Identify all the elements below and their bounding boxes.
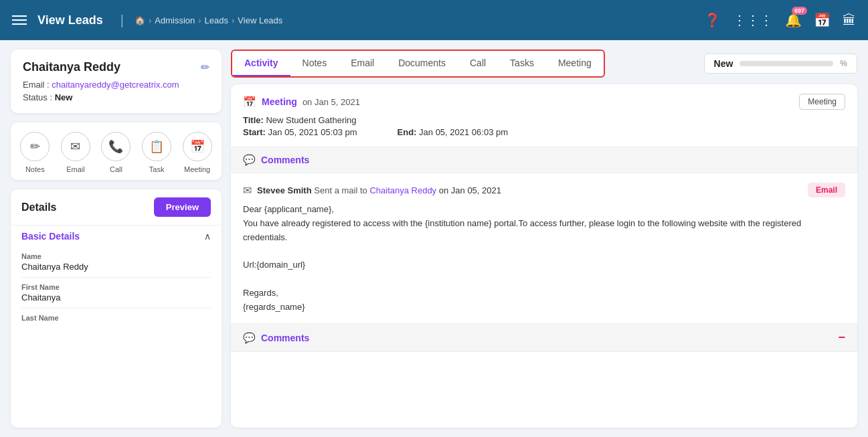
meeting-details: Title: New Student Gathering Start: Jan …: [243, 115, 845, 137]
meeting-label: Meeting: [184, 165, 210, 173]
meeting-type-row: 📅 Meeting on Jan 5, 2021: [243, 96, 360, 108]
action-task[interactable]: 📋 Task: [142, 132, 171, 173]
action-email[interactable]: ✉ Email: [61, 132, 90, 173]
notification-badge: 697: [792, 7, 807, 15]
email-label: Email :: [23, 80, 50, 90]
tab-email[interactable]: Email: [339, 51, 386, 76]
meeting-calendar-icon: 📅: [243, 96, 256, 108]
email-icon: ✉: [61, 132, 90, 161]
detail-name-field: Name Chaitanya Reddy: [21, 247, 211, 278]
notes-icon: ✏: [20, 132, 50, 161]
breadcrumb-admission: Admission: [155, 15, 195, 25]
chevron-up-icon[interactable]: ∧: [204, 231, 211, 242]
tab-documents[interactable]: Documents: [386, 51, 458, 76]
meeting-badge: Meeting: [799, 94, 845, 110]
lead-email-row: Email : chaitanyareddy@getcreatrix.com: [23, 80, 209, 90]
tabs-box: Activity Notes Email Documents Call Task…: [231, 50, 605, 78]
status-percent: %: [840, 59, 847, 68]
topnav-title: View Leads: [37, 13, 103, 27]
tab-activity[interactable]: Activity: [232, 51, 290, 76]
lastname-field-label: Last Name: [21, 314, 211, 322]
details-section: Details Preview Basic Details ∧ Name Cha…: [11, 189, 222, 428]
grid-icon[interactable]: ⋮⋮⋮: [733, 12, 773, 28]
meeting-end: End: Jan 05, 2021 06:03 pm: [398, 127, 509, 137]
activity-feed: 📅 Meeting on Jan 5, 2021 Meeting Title: …: [231, 84, 857, 428]
breadcrumb-sep1: ›: [149, 15, 151, 25]
lead-status-value: New: [55, 92, 73, 102]
topnav-divider: |: [120, 13, 124, 28]
email-item-header: ✉ Stevee Smith Sent a mail to Chaitanya …: [243, 183, 845, 197]
action-icons-row: ✏ Notes ✉ Email 📞 Call 📋 Task 📅 Meeting: [11, 122, 222, 180]
comments-icon-1: 💬: [243, 154, 256, 166]
tab-meeting[interactable]: Meeting: [546, 51, 604, 76]
main-container: Chaitanya Reddy ✏ Email : chaitanyareddy…: [0, 40, 868, 437]
meeting-title-line: Title: New Student Gathering: [243, 115, 845, 125]
email-label: Email: [66, 165, 85, 173]
task-label: Task: [149, 165, 165, 173]
menu-icon[interactable]: [12, 15, 27, 25]
meeting-time-line: Start: Jan 05, 2021 05:03 pm End: Jan 05…: [243, 127, 845, 137]
basic-details-title: Basic Details: [21, 231, 80, 242]
comments-label-2: Comments: [261, 333, 309, 343]
breadcrumb: 🏠 › Admission › Leads › View Leads: [135, 15, 282, 25]
email-sender-line: Stevee Smith Sent a mail to Chaitanya Re…: [257, 185, 501, 195]
meeting-icon: 📅: [183, 132, 212, 161]
details-title: Details: [21, 201, 56, 213]
calendar-icon[interactable]: 📅: [814, 12, 831, 28]
activity-email-item: ✉ Stevee Smith Sent a mail to Chaitanya …: [231, 173, 857, 324]
lead-name: Chaitanya Reddy: [23, 60, 120, 74]
meeting-start: Start: Jan 05, 2021 05:03 pm: [243, 127, 357, 137]
email-body: Dear {applicant_name}, You have already …: [243, 203, 845, 314]
email-badge: Email: [808, 183, 845, 197]
status-box: New %: [704, 54, 857, 74]
edit-icon[interactable]: ✏: [201, 61, 209, 74]
lead-email-link[interactable]: chaitanyareddy@getcreatrix.com: [52, 80, 179, 90]
action-meeting[interactable]: 📅 Meeting: [183, 132, 212, 173]
email-envelope-icon: ✉: [243, 184, 252, 197]
status-label: Status :: [23, 92, 52, 102]
basic-details-header: Basic Details ∧: [11, 225, 222, 247]
meeting-date: on Jan 5, 2021: [302, 97, 360, 107]
comments-icon-2: 💬: [243, 332, 256, 344]
lead-status-row: Status : New: [23, 92, 209, 102]
action-call[interactable]: 📞 Call: [101, 132, 131, 173]
details-fields: Name Chaitanya Reddy First Name Chaitany…: [11, 247, 222, 334]
tab-notes[interactable]: Notes: [290, 51, 339, 76]
task-icon: 📋: [142, 132, 171, 161]
comments-minus-icon[interactable]: −: [838, 331, 845, 345]
status-bar: [740, 61, 833, 66]
tab-tasks[interactable]: Tasks: [498, 51, 546, 76]
email-type-row: ✉ Stevee Smith Sent a mail to Chaitanya …: [243, 184, 501, 197]
firstname-field-value: Chaitanya: [21, 292, 211, 302]
notification-icon[interactable]: 🔔 697: [785, 12, 802, 28]
detail-firstname-field: First Name Chaitanya: [21, 278, 211, 309]
left-panel: Chaitanya Reddy ✏ Email : chaitanyareddy…: [11, 50, 222, 428]
notes-label: Notes: [25, 165, 45, 173]
meeting-type-label: Meeting: [262, 96, 297, 107]
tab-call[interactable]: Call: [458, 51, 498, 76]
call-icon: 📞: [101, 132, 131, 161]
firstname-field-label: First Name: [21, 283, 211, 291]
action-notes[interactable]: ✏ Notes: [20, 132, 50, 173]
details-header: Details Preview: [11, 189, 222, 225]
right-panel: Activity Notes Email Documents Call Task…: [231, 50, 857, 428]
comments-row-2: 💬 Comments −: [231, 324, 857, 352]
comments-label-1: Comments: [261, 155, 309, 165]
detail-lastname-field: Last Name: [21, 309, 211, 327]
lead-card: Chaitanya Reddy ✏ Email : chaitanyareddy…: [11, 50, 222, 113]
name-field-label: Name: [21, 252, 211, 260]
name-field-value: Chaitanya Reddy: [21, 262, 211, 272]
breadcrumb-view-leads: View Leads: [238, 15, 282, 25]
activity-meeting-item: 📅 Meeting on Jan 5, 2021 Meeting Title: …: [231, 84, 857, 147]
help-icon[interactable]: ❓: [704, 12, 721, 28]
meeting-item-header: 📅 Meeting on Jan 5, 2021 Meeting: [243, 94, 845, 110]
breadcrumb-home-icon: 🏠: [135, 15, 145, 25]
status-value: New: [714, 58, 733, 69]
breadcrumb-sep2: ›: [198, 15, 201, 25]
breadcrumb-sep3: ›: [232, 15, 234, 25]
tabs-status-row: Activity Notes Email Documents Call Task…: [231, 50, 857, 78]
breadcrumb-leads: Leads: [205, 15, 228, 25]
user-icon[interactable]: 🏛: [843, 13, 856, 28]
preview-button[interactable]: Preview: [154, 197, 211, 217]
call-label: Call: [110, 165, 122, 173]
